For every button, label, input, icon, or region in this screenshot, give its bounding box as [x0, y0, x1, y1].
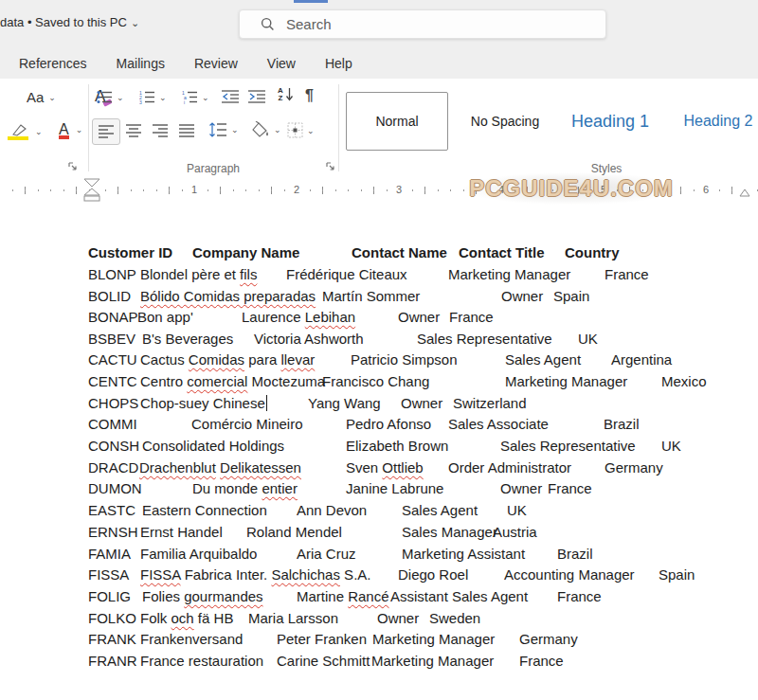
- doc-cell[interactable]: Sales Representative: [500, 438, 636, 454]
- doc-cell[interactable]: Switzerland: [453, 395, 527, 411]
- doc-cell[interactable]: France: [519, 653, 564, 669]
- doc-cell[interactable]: Mexico: [661, 373, 707, 389]
- doc-cell[interactable]: CACTU: [88, 351, 137, 368]
- doc-cell[interactable]: Sales Associate: [448, 416, 549, 432]
- doc-cell[interactable]: B's Beverages: [142, 331, 233, 347]
- doc-cell[interactable]: Bon app': [137, 309, 193, 325]
- doc-cell[interactable]: DUMON: [88, 480, 142, 496]
- dialog-launcher-icon[interactable]: [326, 162, 335, 171]
- doc-cell[interactable]: Spain: [659, 566, 695, 583]
- align-left-button[interactable]: [92, 118, 120, 145]
- doc-cell[interactable]: Familia Arquibaldo: [140, 546, 257, 562]
- doc-cell[interactable]: EASTC: [88, 502, 135, 518]
- doc-cell[interactable]: UK: [507, 502, 527, 518]
- doc-cell[interactable]: France restauration: [140, 653, 263, 669]
- borders-button[interactable]: ⌄: [287, 122, 315, 138]
- doc-cell[interactable]: Bólido Comidas preparadas: [140, 288, 316, 304]
- doc-cell[interactable]: Ann Devon: [297, 502, 367, 518]
- doc-cell[interactable]: Contact Title: [459, 244, 545, 260]
- align-center-button[interactable]: [126, 124, 142, 137]
- doc-cell[interactable]: France: [605, 266, 649, 282]
- doc-cell[interactable]: UK: [578, 331, 598, 347]
- doc-cell[interactable]: CENTC: [88, 373, 137, 389]
- doc-cell[interactable]: Sales Representative: [417, 331, 552, 347]
- dialog-launcher-icon[interactable]: [68, 162, 78, 171]
- doc-cell[interactable]: France: [557, 588, 602, 604]
- doc-cell[interactable]: Sales Agent: [402, 502, 478, 518]
- doc-cell[interactable]: Frédérique Citeaux: [286, 266, 407, 282]
- doc-cell[interactable]: Victoria Ashworth: [254, 331, 364, 347]
- search-input[interactable]: Search: [239, 9, 606, 39]
- style-normal[interactable]: Normal: [346, 92, 448, 151]
- doc-cell[interactable]: FISSA Fabrica Inter. Salchichas S.A.: [140, 566, 370, 583]
- doc-cell[interactable]: Folies gourmandes: [142, 588, 263, 604]
- doc-cell[interactable]: Brazil: [604, 416, 640, 432]
- doc-cell[interactable]: Germany: [605, 459, 663, 476]
- doc-cell[interactable]: ERNSH: [88, 524, 138, 540]
- tab-review[interactable]: Review: [187, 56, 245, 71]
- tab-help[interactable]: Help: [317, 56, 360, 71]
- doc-cell[interactable]: BOLID: [88, 288, 131, 304]
- doc-cell[interactable]: Germany: [519, 631, 578, 647]
- doc-cell[interactable]: Marketing Manager: [372, 631, 495, 647]
- multilevel-list-button[interactable]: 1ai ⌄: [182, 90, 209, 104]
- right-indent-marker[interactable]: [738, 188, 751, 197]
- doc-cell[interactable]: Janine Labrune: [346, 480, 443, 496]
- doc-cell[interactable]: FISSA: [88, 566, 129, 583]
- text-highlight-button[interactable]: ⌄: [6, 123, 43, 140]
- tab-references[interactable]: References: [11, 56, 95, 71]
- tab-view[interactable]: View: [260, 56, 303, 71]
- doc-cell[interactable]: Maria Larsson: [248, 610, 338, 626]
- doc-cell[interactable]: Centro comercial Moctezuma: [140, 373, 325, 389]
- doc-cell[interactable]: Sales Agent: [505, 351, 581, 368]
- doc-cell[interactable]: Du monde entier: [192, 480, 298, 496]
- doc-cell[interactable]: Diego Roel: [398, 566, 468, 583]
- doc-cell[interactable]: Owner: [501, 288, 543, 304]
- doc-cell[interactable]: COMMI: [88, 416, 137, 432]
- doc-cell[interactable]: Contact Name: [352, 244, 447, 260]
- doc-cell[interactable]: France: [548, 480, 592, 496]
- doc-cell[interactable]: Eastern Connection: [142, 502, 267, 518]
- doc-cell[interactable]: Owner: [398, 309, 440, 325]
- doc-cell[interactable]: Martine Rancé: [297, 588, 389, 604]
- sort-button[interactable]: A Z: [278, 87, 294, 102]
- doc-cell[interactable]: Brazil: [557, 546, 593, 562]
- document-page[interactable]: Customer IDCompany NameContact NameConta…: [0, 203, 758, 700]
- style-no-spacing[interactable]: No Spacing: [462, 92, 548, 151]
- tab-mailings[interactable]: Mailings: [109, 56, 172, 71]
- align-right-button[interactable]: [153, 124, 169, 137]
- doc-cell[interactable]: Spain: [553, 288, 589, 304]
- doc-cell[interactable]: Austria: [493, 524, 537, 540]
- doc-cell[interactable]: FOLIG: [88, 588, 131, 604]
- doc-cell[interactable]: Folk och fä HB: [140, 610, 233, 626]
- bullets-button[interactable]: ⌄: [97, 90, 124, 104]
- doc-cell[interactable]: Order Administrator: [448, 459, 571, 476]
- doc-cell[interactable]: Carine Schmitt: [277, 653, 370, 669]
- style-heading-1[interactable]: Heading 1: [563, 92, 658, 151]
- doc-cell[interactable]: Sven Ottlieb: [346, 459, 424, 476]
- doc-cell[interactable]: CONSH: [88, 438, 139, 454]
- doc-cell[interactable]: Patricio Simpson: [351, 351, 458, 368]
- doc-cell[interactable]: Roland Mendel: [246, 524, 342, 540]
- increase-indent-button[interactable]: [248, 90, 266, 103]
- numbering-button[interactable]: 123 ⌄: [139, 90, 167, 104]
- doc-cell[interactable]: Consolidated Holdings: [142, 438, 284, 454]
- doc-cell[interactable]: Country: [565, 244, 620, 260]
- doc-cell[interactable]: Peter Franken: [277, 631, 367, 647]
- doc-cell[interactable]: Comércio Mineiro: [191, 416, 303, 432]
- justify-button[interactable]: [179, 124, 195, 137]
- doc-cell[interactable]: Owner: [500, 480, 542, 496]
- doc-cell[interactable]: Accounting Manager: [504, 566, 635, 583]
- doc-cell[interactable]: Marketing Assistant: [402, 546, 525, 562]
- doc-cell[interactable]: Aria Cruz: [297, 546, 356, 562]
- doc-cell[interactable]: Ernst Handel: [140, 524, 223, 540]
- indent-markers[interactable]: [81, 178, 102, 203]
- doc-cell[interactable]: Sales Manager: [402, 524, 497, 540]
- doc-cell[interactable]: Owner: [401, 395, 442, 411]
- doc-cell[interactable]: BSBEV: [88, 331, 135, 347]
- doc-cell[interactable]: Francisco Chang: [322, 373, 429, 389]
- doc-cell[interactable]: FAMIA: [88, 546, 131, 562]
- doc-cell[interactable]: FRANR: [88, 653, 137, 669]
- doc-cell[interactable]: Marketing Manager: [505, 373, 627, 389]
- doc-cell[interactable]: Assistant Sales Agent: [390, 588, 528, 604]
